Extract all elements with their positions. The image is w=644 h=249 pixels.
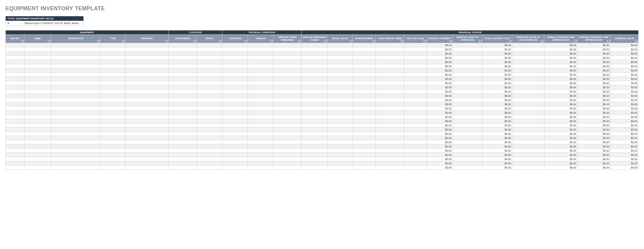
cell-loanterm[interactable] — [376, 136, 404, 140]
cell-svc[interactable] — [274, 81, 302, 85]
cell-space[interactable] — [197, 123, 222, 128]
cell-rate[interactable] — [404, 153, 427, 157]
cell-cond[interactable] — [222, 90, 248, 94]
cell-space[interactable] — [197, 98, 222, 102]
cell-date[interactable] — [302, 81, 327, 85]
cell-down[interactable] — [353, 98, 376, 102]
cell-adep[interactable]: $0.00 — [544, 111, 577, 115]
cell-dept[interactable] — [169, 132, 197, 136]
cell-mcost[interactable] — [453, 98, 482, 102]
cell-curr[interactable]: $0.00 — [610, 123, 639, 128]
cell-loanterm[interactable] — [376, 102, 404, 106]
cell-curr[interactable]: $0.00 — [610, 161, 639, 165]
cell-type[interactable] — [101, 85, 125, 90]
cell-dept[interactable] — [169, 43, 197, 47]
cell-itemno[interactable] — [6, 60, 24, 64]
cell-init[interactable] — [327, 98, 353, 102]
cell-rate[interactable] — [404, 56, 427, 60]
cell-expv[interactable] — [512, 157, 544, 161]
cell-svc[interactable] — [274, 140, 302, 144]
summary-value-cell[interactable]: $ - — [6, 21, 22, 26]
cell-space[interactable] — [197, 47, 222, 52]
cell-down[interactable] — [353, 153, 376, 157]
cell-vendor[interactable] — [248, 56, 274, 60]
cell-space[interactable] — [197, 73, 222, 77]
cell-vendor[interactable] — [248, 47, 274, 52]
cell-cond[interactable] — [222, 119, 248, 123]
cell-type[interactable] — [101, 165, 125, 170]
cell-dept[interactable] — [169, 68, 197, 73]
cell-adep[interactable]: $0.00 — [544, 90, 577, 94]
cell-svc[interactable] — [274, 102, 302, 106]
cell-expv[interactable] — [512, 102, 544, 106]
cell-type[interactable] — [101, 64, 125, 68]
cell-mcost[interactable] — [453, 90, 482, 94]
cell-vendor[interactable] — [248, 102, 274, 106]
cell-itemno[interactable] — [6, 56, 24, 60]
cell-svc[interactable] — [274, 157, 302, 161]
cell-mpay[interactable]: $0.00 — [427, 52, 453, 56]
cell-mcost[interactable] — [453, 102, 482, 106]
cell-expv[interactable] — [512, 144, 544, 149]
cell-curr[interactable]: $0.00 — [610, 144, 639, 149]
cell-date[interactable] — [302, 119, 327, 123]
cell-mcost[interactable] — [453, 85, 482, 90]
cell-name[interactable] — [24, 77, 51, 81]
cell-down[interactable] — [353, 102, 376, 106]
cell-mpay[interactable]: $0.00 — [427, 165, 453, 170]
cell-mpay[interactable]: $0.00 — [427, 153, 453, 157]
cell-rate[interactable] — [404, 98, 427, 102]
cell-init[interactable] — [327, 115, 353, 119]
cell-remarks[interactable] — [125, 106, 169, 111]
cell-remarks[interactable] — [125, 153, 169, 157]
filter-dropdown-icon[interactable] — [541, 40, 544, 43]
cell-date[interactable] — [302, 56, 327, 60]
cell-down[interactable] — [353, 140, 376, 144]
cell-space[interactable] — [197, 111, 222, 115]
cell-vendor[interactable] — [248, 106, 274, 111]
cell-type[interactable] — [101, 128, 125, 132]
cell-init[interactable] — [327, 153, 353, 157]
cell-vendor[interactable] — [248, 85, 274, 90]
cell-tmcost[interactable]: $0.00 — [482, 136, 512, 140]
cell-loanterm[interactable] — [376, 68, 404, 73]
cell-down[interactable] — [353, 123, 376, 128]
cell-vendor[interactable] — [248, 64, 274, 68]
cell-type[interactable] — [101, 60, 125, 64]
cell-type[interactable] — [101, 153, 125, 157]
cell-desc[interactable] — [51, 77, 101, 81]
cell-expv[interactable] — [512, 98, 544, 102]
cell-mdep[interactable]: $0.00 — [577, 144, 610, 149]
cell-type[interactable] — [101, 77, 125, 81]
cell-mdep[interactable]: $0.00 — [577, 81, 610, 85]
cell-adep[interactable]: $0.00 — [544, 161, 577, 165]
cell-name[interactable] — [24, 73, 51, 77]
cell-name[interactable] — [24, 161, 51, 165]
cell-cond[interactable] — [222, 115, 248, 119]
cell-mcost[interactable] — [453, 136, 482, 140]
cell-svc[interactable] — [274, 106, 302, 111]
cell-desc[interactable] — [51, 165, 101, 170]
cell-down[interactable] — [353, 52, 376, 56]
cell-tmcost[interactable]: $0.00 — [482, 165, 512, 170]
cell-adep[interactable]: $0.00 — [544, 81, 577, 85]
cell-space[interactable] — [197, 68, 222, 73]
cell-date[interactable] — [302, 90, 327, 94]
filter-dropdown-icon[interactable] — [509, 40, 512, 43]
cell-mdep[interactable]: $0.00 — [577, 153, 610, 157]
cell-init[interactable] — [327, 77, 353, 81]
cell-curr[interactable]: $0.00 — [610, 157, 639, 161]
cell-date[interactable] — [302, 140, 327, 144]
cell-rate[interactable] — [404, 60, 427, 64]
cell-name[interactable] — [24, 98, 51, 102]
cell-rate[interactable] — [404, 115, 427, 119]
cell-remarks[interactable] — [125, 123, 169, 128]
cell-name[interactable] — [24, 136, 51, 140]
cell-svc[interactable] — [274, 90, 302, 94]
cell-mpay[interactable]: $0.00 — [427, 47, 453, 52]
cell-down[interactable] — [353, 77, 376, 81]
cell-loanterm[interactable] — [376, 106, 404, 111]
cell-space[interactable] — [197, 128, 222, 132]
cell-down[interactable] — [353, 149, 376, 153]
cell-space[interactable] — [197, 119, 222, 123]
